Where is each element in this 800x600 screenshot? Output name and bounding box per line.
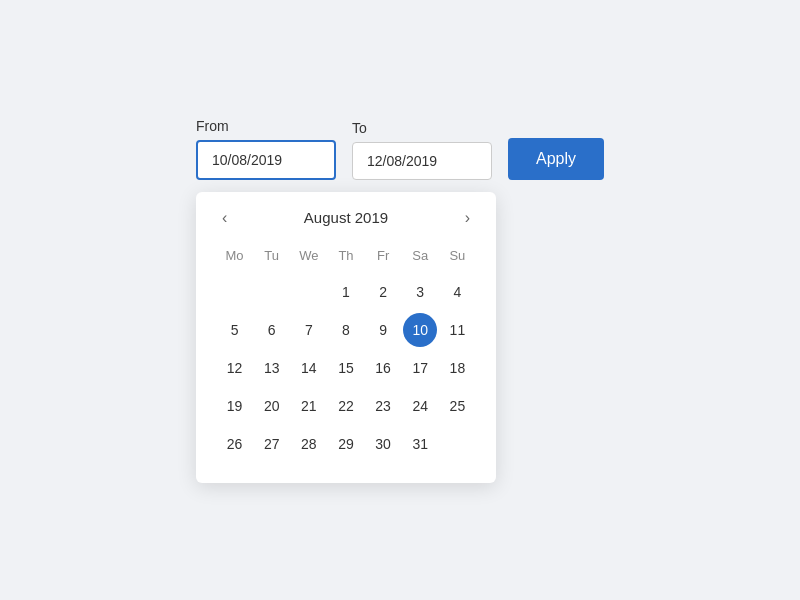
day-cell[interactable]: 3: [403, 275, 437, 309]
day-cell[interactable]: 12: [218, 351, 252, 385]
day-cell[interactable]: 30: [366, 427, 400, 461]
date-range-picker: From To Apply ‹ August 2019 › MoTuWeThFr…: [196, 118, 604, 483]
day-cell[interactable]: 14: [292, 351, 326, 385]
day-cell[interactable]: 1: [329, 275, 363, 309]
day-cell[interactable]: 17: [403, 351, 437, 385]
day-cell[interactable]: 25: [440, 389, 474, 423]
day-cell[interactable]: 19: [218, 389, 252, 423]
day-cell: [292, 275, 326, 309]
next-month-button[interactable]: ›: [459, 208, 476, 228]
day-cell[interactable]: 29: [329, 427, 363, 461]
calendar: ‹ August 2019 › MoTuWeThFrSaSu1234567891…: [196, 192, 496, 483]
day-cell[interactable]: 23: [366, 389, 400, 423]
to-field: To: [352, 120, 492, 180]
day-cell[interactable]: 8: [329, 313, 363, 347]
day-header: Th: [327, 244, 364, 273]
apply-button[interactable]: Apply: [508, 138, 604, 180]
day-cell[interactable]: 24: [403, 389, 437, 423]
day-header: We: [290, 244, 327, 273]
from-input[interactable]: [196, 140, 336, 180]
calendar-grid: MoTuWeThFrSaSu12345678910111213141516171…: [216, 244, 476, 463]
prev-month-button[interactable]: ‹: [216, 208, 233, 228]
day-cell[interactable]: 20: [255, 389, 289, 423]
day-header: Fr: [365, 244, 402, 273]
day-header: Su: [439, 244, 476, 273]
day-cell[interactable]: 31: [403, 427, 437, 461]
from-label: From: [196, 118, 336, 134]
day-cell[interactable]: 11: [440, 313, 474, 347]
day-cell[interactable]: 15: [329, 351, 363, 385]
day-cell[interactable]: 16: [366, 351, 400, 385]
day-cell[interactable]: 9: [366, 313, 400, 347]
day-cell[interactable]: 5: [218, 313, 252, 347]
day-cell[interactable]: 7: [292, 313, 326, 347]
month-title: August 2019: [304, 209, 388, 226]
day-cell[interactable]: 4: [440, 275, 474, 309]
day-cell[interactable]: 10: [403, 313, 437, 347]
day-cell[interactable]: 26: [218, 427, 252, 461]
day-header: Tu: [253, 244, 290, 273]
date-row: From To Apply: [196, 118, 604, 180]
day-cell[interactable]: 27: [255, 427, 289, 461]
day-cell: [218, 275, 252, 309]
day-header: Mo: [216, 244, 253, 273]
day-cell[interactable]: 2: [366, 275, 400, 309]
calendar-header: ‹ August 2019 ›: [216, 208, 476, 228]
day-cell[interactable]: 6: [255, 313, 289, 347]
day-header: Sa: [402, 244, 439, 273]
day-cell[interactable]: 28: [292, 427, 326, 461]
day-cell: [255, 275, 289, 309]
from-field: From: [196, 118, 336, 180]
day-cell: [440, 427, 474, 461]
day-cell[interactable]: 21: [292, 389, 326, 423]
day-cell[interactable]: 18: [440, 351, 474, 385]
day-cell[interactable]: 22: [329, 389, 363, 423]
to-input[interactable]: [352, 142, 492, 180]
to-label: To: [352, 120, 492, 136]
day-cell[interactable]: 13: [255, 351, 289, 385]
